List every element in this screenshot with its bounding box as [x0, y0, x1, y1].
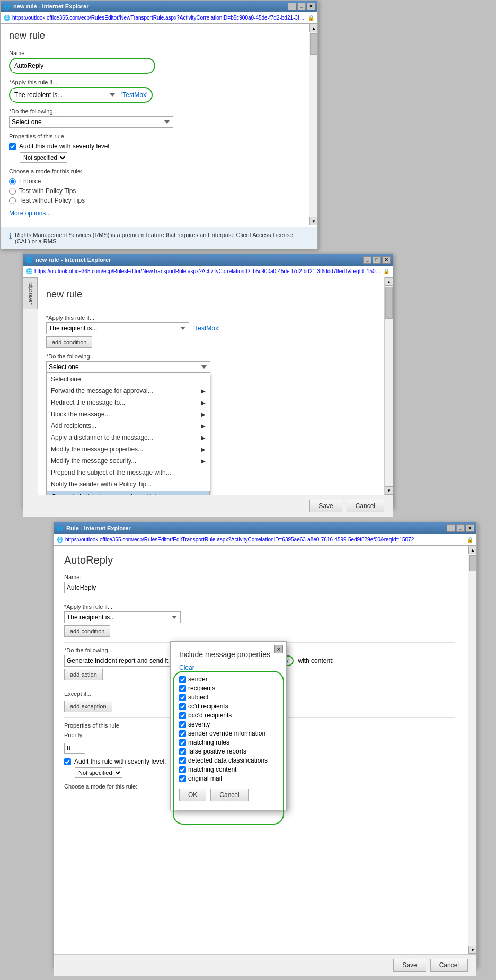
name-highlight-1 — [9, 58, 155, 74]
modal-ok-btn[interactable]: OK — [179, 789, 206, 801]
dropdown-item-block[interactable]: Block the message... ▶ — [47, 408, 210, 420]
do-following-group-2: *Do the following... Select one Select o… — [46, 353, 374, 495]
save-btn-3[interactable]: Save — [393, 959, 426, 972]
window-2: 🌐 new rule - Internet Explorer _ □ ✕ 🌐 h… — [22, 253, 393, 508]
window-3-content: ▲ ▼ AutoReply Name: *Apply this rule if.… — [54, 546, 476, 954]
dropdown-item-forward[interactable]: Forward the message for approval... ▶ — [47, 385, 210, 397]
do-following-select-2[interactable]: Select one — [46, 361, 210, 373]
scroll-up-2[interactable]: ▲ — [385, 277, 393, 286]
name-group-3: Name: — [64, 574, 455, 593]
audit-row-1: Audit this rule with severity level: — [9, 143, 298, 150]
save-btn-2[interactable]: Save — [309, 500, 342, 512]
modal-cb-recipients-input[interactable] — [179, 685, 186, 692]
modal-cb-detected-input[interactable] — [179, 757, 186, 764]
modal-cb-sender-override: sender override information — [179, 730, 278, 737]
apply-select-1[interactable]: The recipient is... — [12, 89, 118, 101]
modal-close-btn[interactable]: ✕ — [274, 645, 283, 653]
minimize-btn-2[interactable]: _ — [363, 256, 371, 264]
modal-cb-sender-input[interactable] — [179, 676, 186, 683]
modal-cb-matching-rules: matching rules — [179, 739, 278, 746]
modal-cb-original-mail-input[interactable] — [179, 775, 186, 782]
modal-cb-sender-override-input[interactable] — [179, 730, 186, 737]
priority-input-3[interactable] — [64, 743, 85, 754]
audit-label-1: Audit this rule with severity level: — [19, 143, 111, 150]
scroll-thumb-1[interactable] — [310, 33, 317, 55]
minimize-btn-1[interactable]: _ — [288, 3, 296, 10]
enforce-label-1: Enforce — [19, 178, 41, 185]
modal-cb-matching-rules-input[interactable] — [179, 739, 186, 746]
testmbx-link-2[interactable]: 'TestMbx' — [193, 325, 219, 332]
dropdown-item-generate[interactable]: Generate incident report and send it to.… — [47, 491, 210, 495]
scroll-down-3[interactable]: ▼ — [468, 946, 476, 954]
restore-btn-3[interactable]: □ — [456, 524, 465, 532]
name-input-1[interactable] — [12, 60, 150, 72]
modal-cb-original-mail: original mail — [179, 775, 278, 782]
scroll-down-2[interactable]: ▼ — [385, 486, 393, 495]
apply-group-1: *Apply this rule if... The recipient is.… — [9, 79, 298, 103]
scroll-thumb-3[interactable] — [469, 555, 476, 571]
modal-cb-ccd-input[interactable] — [179, 703, 186, 710]
scrollbar-2[interactable]: ▲ ▼ — [384, 277, 393, 495]
restore-btn-1[interactable]: □ — [297, 3, 306, 10]
scroll-thumb-2[interactable] — [385, 287, 393, 319]
scroll-up-3[interactable]: ▲ — [468, 546, 476, 554]
modal-cb-matching-content-input[interactable] — [179, 766, 186, 773]
modal-cb-subject-input[interactable] — [179, 694, 186, 701]
dropdown-item-select-one[interactable]: Select one — [47, 373, 210, 385]
scroll-down-1[interactable]: ▼ — [309, 217, 317, 225]
do-following-label-1: *Do the following... — [9, 108, 298, 115]
apply-select-3[interactable]: The recipient is... — [64, 611, 181, 623]
minimize-btn-3[interactable]: _ — [447, 524, 455, 532]
url-1: https://outlook.office365.com/ecp/RulesE… — [12, 15, 306, 21]
cancel-btn-2[interactable]: Cancel — [347, 500, 384, 512]
add-exception-btn-3[interactable]: add exception — [64, 701, 112, 712]
restore-btn-2[interactable]: □ — [373, 256, 381, 264]
dropdown-item-add-recipients[interactable]: Add recipients... ▶ — [47, 420, 210, 432]
modal-cb-severity-input[interactable] — [179, 721, 186, 728]
do-following-select-1[interactable]: Select one — [9, 116, 173, 128]
url-2: https://outlook.office365.com/ecp/RulesE… — [34, 268, 381, 274]
dropdown-item-notify-sender[interactable]: Notify the sender with a Policy Tip... — [47, 478, 210, 490]
close-btn-3[interactable]: ✕ — [466, 524, 474, 532]
modal-cb-matching-content: matching content — [179, 766, 278, 773]
testmbx-link-1[interactable]: 'TestMbx' — [121, 91, 147, 99]
modal-cb-false-positive-input[interactable] — [179, 748, 186, 755]
audit-checkbox-3[interactable] — [64, 758, 71, 765]
modal-cb-bccd-input[interactable] — [179, 712, 186, 719]
modal-cb-ccd: cc'd recipients — [179, 703, 278, 710]
mode-group-1: Choose a mode for this rule: Enforce Tes… — [9, 168, 298, 204]
name-group-1: Name: — [9, 50, 298, 74]
scroll-up-1[interactable]: ▲ — [309, 24, 317, 32]
severity-select-3[interactable]: Not specified — [75, 767, 122, 778]
page-title-2: new rule — [46, 289, 374, 300]
dropdown-item-prepend[interactable]: Prepend the subject of the message with.… — [47, 467, 210, 478]
dropdown-item-msg-props[interactable]: Modify the message properties... ▶ — [47, 443, 210, 455]
dropdown-item-msg-security[interactable]: Modify the message security... ▶ — [47, 455, 210, 467]
js-tab-2: Javascript: — [23, 277, 38, 309]
close-btn-2[interactable]: ✕ — [382, 256, 391, 264]
btn-bar-2: Save Cancel — [23, 495, 393, 517]
modal-btn-bar: OK Cancel — [179, 789, 278, 801]
dropdown-item-redirect[interactable]: Redirect the message to... ▶ — [47, 397, 210, 408]
audit-checkbox-1[interactable] — [9, 143, 16, 150]
apply-select-2[interactable]: The recipient is... — [46, 322, 189, 334]
enforce-radio-1[interactable] — [9, 178, 16, 185]
name-input-3[interactable] — [64, 582, 191, 593]
add-action-btn-3[interactable]: add action — [64, 669, 103, 680]
modal-cb-sender: sender — [179, 676, 278, 683]
name-label-1: Name: — [9, 50, 298, 56]
window-2-content: ▲ ▼ new rule *Apply this rule if... The … — [38, 277, 393, 495]
scrollbar-1[interactable]: ▲ ▼ — [309, 24, 317, 225]
add-condition-btn-3[interactable]: add condition — [64, 625, 110, 637]
scrollbar-3[interactable]: ▲ ▼ — [468, 546, 476, 954]
modal-cancel-btn[interactable]: Cancel — [210, 789, 248, 801]
more-options-link-1[interactable]: More options... — [9, 209, 298, 217]
modal-clear-link[interactable]: Clear — [179, 664, 278, 671]
close-btn-1[interactable]: ✕ — [307, 3, 315, 10]
add-condition-btn-2[interactable]: add condition — [46, 336, 92, 348]
cancel-btn-3[interactable]: Cancel — [430, 959, 468, 972]
test-policy-radio-1[interactable] — [9, 188, 16, 195]
severity-select-1[interactable]: Not specified — [20, 152, 67, 163]
dropdown-item-disclaimer[interactable]: Apply a disclaimer to the message... ▶ — [47, 432, 210, 443]
test-no-policy-radio-1[interactable] — [9, 197, 16, 204]
